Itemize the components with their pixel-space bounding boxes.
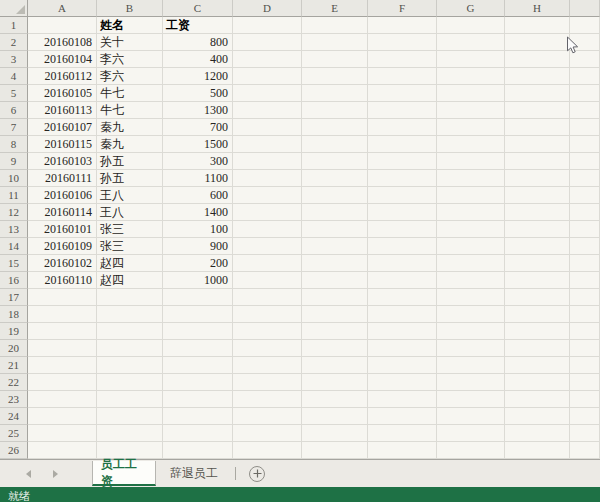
cell-D17[interactable] (233, 289, 302, 306)
cell-H1[interactable] (505, 17, 570, 34)
cell-D2[interactable] (233, 34, 302, 51)
cell-E6[interactable] (302, 102, 368, 119)
cell-I23[interactable] (570, 391, 600, 408)
cell-I25[interactable] (570, 425, 600, 442)
column-header-partial[interactable] (570, 0, 600, 17)
row-header-23[interactable]: 23 (0, 391, 28, 408)
cell-G7[interactable] (437, 119, 505, 136)
cell-G25[interactable] (437, 425, 505, 442)
cell-B25[interactable] (97, 425, 163, 442)
cell-C25[interactable] (163, 425, 233, 442)
cell-I8[interactable] (570, 136, 600, 153)
cell-H10[interactable] (505, 170, 570, 187)
cell-F19[interactable] (368, 323, 437, 340)
cell-B12[interactable]: 王八 (97, 204, 163, 221)
cell-H13[interactable] (505, 221, 570, 238)
cell-F14[interactable] (368, 238, 437, 255)
cell-C16[interactable]: 1000 (163, 272, 233, 289)
cell-A11[interactable]: 20160106 (28, 187, 97, 204)
cell-E25[interactable] (302, 425, 368, 442)
column-header-E[interactable]: E (302, 0, 368, 17)
cell-H22[interactable] (505, 374, 570, 391)
cell-I12[interactable] (570, 204, 600, 221)
row-header-24[interactable]: 24 (0, 408, 28, 425)
cell-I4[interactable] (570, 68, 600, 85)
row-header-19[interactable]: 19 (0, 323, 28, 340)
cell-C26[interactable] (163, 442, 233, 459)
cell-F12[interactable] (368, 204, 437, 221)
cell-B14[interactable]: 张三 (97, 238, 163, 255)
cell-F16[interactable] (368, 272, 437, 289)
cell-G22[interactable] (437, 374, 505, 391)
cell-D18[interactable] (233, 306, 302, 323)
cell-D19[interactable] (233, 323, 302, 340)
column-header-F[interactable]: F (368, 0, 437, 17)
cell-D6[interactable] (233, 102, 302, 119)
cell-I5[interactable] (570, 85, 600, 102)
cell-A26[interactable] (28, 442, 97, 459)
cell-B16[interactable]: 赵四 (97, 272, 163, 289)
cell-A6[interactable]: 20160113 (28, 102, 97, 119)
cell-E3[interactable] (302, 51, 368, 68)
cell-I19[interactable] (570, 323, 600, 340)
row-header-26[interactable]: 26 (0, 442, 28, 459)
cell-I7[interactable] (570, 119, 600, 136)
cell-E20[interactable] (302, 340, 368, 357)
row-header-22[interactable]: 22 (0, 374, 28, 391)
cell-G18[interactable] (437, 306, 505, 323)
cell-D5[interactable] (233, 85, 302, 102)
cell-C6[interactable]: 1300 (163, 102, 233, 119)
column-header-G[interactable]: G (437, 0, 505, 17)
cell-C23[interactable] (163, 391, 233, 408)
cell-F2[interactable] (368, 34, 437, 51)
cell-F3[interactable] (368, 51, 437, 68)
cell-G23[interactable] (437, 391, 505, 408)
cell-A7[interactable]: 20160107 (28, 119, 97, 136)
sheet-tab-dismissed-employees[interactable]: 辞退员工 (156, 461, 232, 486)
cell-I24[interactable] (570, 408, 600, 425)
cell-A12[interactable]: 20160114 (28, 204, 97, 221)
cell-A25[interactable] (28, 425, 97, 442)
cell-F20[interactable] (368, 340, 437, 357)
cell-E8[interactable] (302, 136, 368, 153)
cell-G16[interactable] (437, 272, 505, 289)
cell-G13[interactable] (437, 221, 505, 238)
row-header-10[interactable]: 10 (0, 170, 28, 187)
cell-D10[interactable] (233, 170, 302, 187)
cell-C14[interactable]: 900 (163, 238, 233, 255)
cell-D11[interactable] (233, 187, 302, 204)
cell-C12[interactable]: 1400 (163, 204, 233, 221)
cell-G3[interactable] (437, 51, 505, 68)
cell-A13[interactable]: 20160101 (28, 221, 97, 238)
cell-B11[interactable]: 王八 (97, 187, 163, 204)
cell-C22[interactable] (163, 374, 233, 391)
cell-G12[interactable] (437, 204, 505, 221)
cell-A1[interactable] (28, 17, 97, 34)
cell-C5[interactable]: 500 (163, 85, 233, 102)
cell-G8[interactable] (437, 136, 505, 153)
cell-E5[interactable] (302, 85, 368, 102)
cell-H21[interactable] (505, 357, 570, 374)
row-header-1[interactable]: 1 (0, 17, 28, 34)
row-header-16[interactable]: 16 (0, 272, 28, 289)
cell-E16[interactable] (302, 272, 368, 289)
row-header-8[interactable]: 8 (0, 136, 28, 153)
cell-A24[interactable] (28, 408, 97, 425)
cell-C21[interactable] (163, 357, 233, 374)
cell-B4[interactable]: 李六 (97, 68, 163, 85)
row-header-15[interactable]: 15 (0, 255, 28, 272)
row-header-3[interactable]: 3 (0, 51, 28, 68)
cell-F4[interactable] (368, 68, 437, 85)
cell-F15[interactable] (368, 255, 437, 272)
cell-B23[interactable] (97, 391, 163, 408)
cell-E1[interactable] (302, 17, 368, 34)
cell-F8[interactable] (368, 136, 437, 153)
sheet-nav-left-icon[interactable] (26, 470, 31, 478)
sheet-nav-right-icon[interactable] (53, 470, 58, 478)
cell-F9[interactable] (368, 153, 437, 170)
cell-I15[interactable] (570, 255, 600, 272)
cell-I17[interactable] (570, 289, 600, 306)
cell-G26[interactable] (437, 442, 505, 459)
cell-A4[interactable]: 20160112 (28, 68, 97, 85)
cell-G15[interactable] (437, 255, 505, 272)
